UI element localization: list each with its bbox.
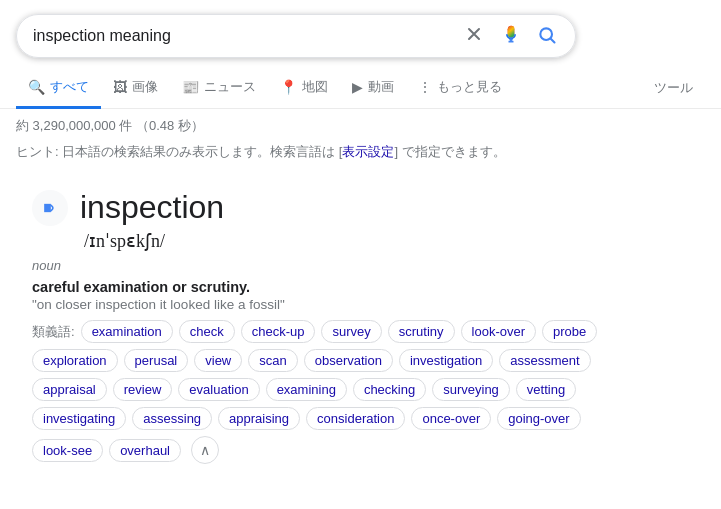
- syn-examining[interactable]: examining: [266, 378, 347, 401]
- more-tab-icon: ⋮: [418, 79, 432, 95]
- close-icon: [465, 25, 483, 43]
- audio-button[interactable]: [32, 190, 68, 226]
- hint-text: 日本語の検索結果のみ表示します。検索言語は: [62, 144, 335, 159]
- audio-icon: [40, 198, 60, 218]
- syn-check-up[interactable]: check-up: [241, 320, 316, 343]
- word-title: inspection: [80, 189, 224, 226]
- synonyms-row-5: look-see overhaul ∧: [32, 436, 689, 464]
- tab-images[interactable]: 🖼 画像: [101, 68, 170, 109]
- mic-icon: [501, 25, 521, 45]
- tab-more[interactable]: ⋮ もっと見る: [406, 68, 514, 109]
- syn-surveying[interactable]: surveying: [432, 378, 510, 401]
- tab-news[interactable]: 📰 ニュース: [170, 68, 268, 109]
- syn-investigation[interactable]: investigation: [399, 349, 493, 372]
- hint-suffix: で指定できます。: [398, 144, 506, 159]
- results-count: 約 3,290,000,000 件: [16, 118, 132, 133]
- videos-tab-icon: ▶: [352, 79, 363, 95]
- syn-appraising[interactable]: appraising: [218, 407, 300, 430]
- tab-maps[interactable]: 📍 地図: [268, 68, 340, 109]
- nav-tabs: 🔍 すべて 🖼 画像 📰 ニュース 📍 地図 ▶ 動画 ⋮ もっと見る ツール: [0, 68, 721, 109]
- synonyms-label: 類義語:: [32, 323, 75, 341]
- syn-going-over[interactable]: going-over: [497, 407, 580, 430]
- syn-look-see[interactable]: look-see: [32, 439, 103, 462]
- synonyms-row-3: appraisal review evaluation examining ch…: [32, 378, 689, 401]
- synonyms-section: 類義語: examination check check-up survey s…: [32, 320, 689, 464]
- collapse-button[interactable]: ∧: [191, 436, 219, 464]
- tools-tab[interactable]: ツール: [642, 69, 705, 107]
- syn-review[interactable]: review: [113, 378, 173, 401]
- results-time: （0.48 秒）: [136, 118, 204, 133]
- syn-scrutiny[interactable]: scrutiny: [388, 320, 455, 343]
- tab-images-label: 画像: [132, 78, 158, 96]
- syn-checking[interactable]: checking: [353, 378, 426, 401]
- syn-investigating[interactable]: investigating: [32, 407, 126, 430]
- news-tab-icon: 📰: [182, 79, 199, 95]
- all-tab-icon: 🔍: [28, 79, 45, 95]
- example: "on closer inspection it looked like a f…: [32, 297, 689, 312]
- maps-tab-icon: 📍: [280, 79, 297, 95]
- search-icon: [537, 25, 557, 45]
- syn-survey[interactable]: survey: [321, 320, 381, 343]
- syn-examination[interactable]: examination: [81, 320, 173, 343]
- synonyms-row-2: exploration perusal view scan observatio…: [32, 349, 689, 372]
- syn-consideration[interactable]: consideration: [306, 407, 405, 430]
- syn-look-over[interactable]: look-over: [461, 320, 536, 343]
- tab-news-label: ニュース: [204, 78, 256, 96]
- dictionary-card: inspection /ɪnˈspɛkʃn/ noun careful exam…: [16, 177, 705, 486]
- images-tab-icon: 🖼: [113, 79, 127, 95]
- tab-all-label: すべて: [50, 78, 89, 96]
- syn-perusal[interactable]: perusal: [124, 349, 189, 372]
- tab-maps-label: 地図: [302, 78, 328, 96]
- tab-all[interactable]: 🔍 すべて: [16, 68, 101, 109]
- syn-check[interactable]: check: [179, 320, 235, 343]
- syn-assessment[interactable]: assessment: [499, 349, 590, 372]
- search-input[interactable]: [33, 27, 461, 45]
- phonetic: /ɪnˈspɛkʃn/: [84, 230, 689, 252]
- synonyms-row-1: 類義語: examination check check-up survey s…: [32, 320, 689, 343]
- hint-link[interactable]: 表示設定: [342, 144, 394, 159]
- hint-prefix: ヒント:: [16, 144, 62, 159]
- tab-videos[interactable]: ▶ 動画: [340, 68, 406, 109]
- word-title-row: inspection: [32, 189, 689, 226]
- definition: careful examination or scrutiny.: [32, 279, 689, 295]
- syn-scan[interactable]: scan: [248, 349, 297, 372]
- syn-observation[interactable]: observation: [304, 349, 393, 372]
- tab-more-label: もっと見る: [437, 78, 502, 96]
- syn-evaluation[interactable]: evaluation: [178, 378, 259, 401]
- results-info: 約 3,290,000,000 件 （0.48 秒）: [0, 109, 721, 139]
- synonyms-row-4: investigating assessing appraising consi…: [32, 407, 689, 430]
- search-bar: [16, 14, 576, 58]
- chevron-up-icon: ∧: [200, 442, 210, 458]
- mic-button[interactable]: [499, 25, 523, 48]
- svg-marker-5: [44, 203, 51, 211]
- part-of-speech: noun: [32, 258, 689, 273]
- clear-button[interactable]: [461, 25, 487, 48]
- search-button[interactable]: [535, 25, 559, 48]
- tab-videos-label: 動画: [368, 78, 394, 96]
- syn-once-over[interactable]: once-over: [411, 407, 491, 430]
- syn-assessing[interactable]: assessing: [132, 407, 212, 430]
- syn-appraisal[interactable]: appraisal: [32, 378, 107, 401]
- hint-bar: ヒント: 日本語の検索結果のみ表示します。検索言語は [表示設定] で指定できま…: [0, 139, 721, 169]
- syn-vetting[interactable]: vetting: [516, 378, 576, 401]
- syn-view[interactable]: view: [194, 349, 242, 372]
- syn-probe[interactable]: probe: [542, 320, 597, 343]
- search-bar-container: [0, 0, 721, 68]
- svg-line-4: [551, 38, 555, 42]
- syn-overhaul[interactable]: overhaul: [109, 439, 181, 462]
- syn-exploration[interactable]: exploration: [32, 349, 118, 372]
- search-icons: [461, 25, 559, 48]
